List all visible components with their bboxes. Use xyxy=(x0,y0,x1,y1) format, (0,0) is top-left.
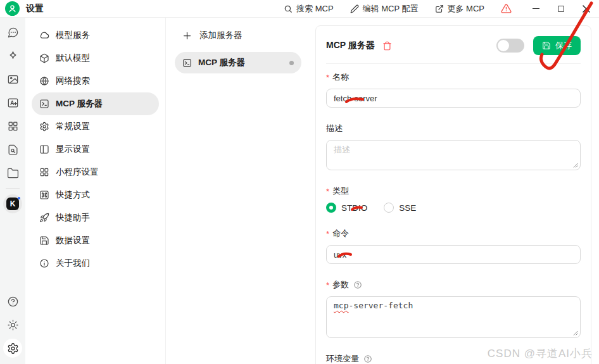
add-server-button[interactable]: 添加服务器 xyxy=(175,25,301,46)
server-status-dot xyxy=(289,61,294,65)
radio-sse[interactable]: SSE xyxy=(384,203,416,213)
close-button[interactable] xyxy=(574,0,599,18)
file-search-icon xyxy=(7,144,19,156)
more-mcp-button[interactable]: 更多 MCP xyxy=(435,3,485,15)
search-icon xyxy=(284,4,293,13)
maximize-button[interactable] xyxy=(548,0,574,18)
args-value-rest: -server-fetch xyxy=(348,301,413,310)
apps-nav-button[interactable] xyxy=(3,116,22,135)
trash-icon xyxy=(382,41,392,51)
gear-icon xyxy=(7,342,19,355)
image-icon xyxy=(7,73,19,85)
search-mcp-label: 搜索 MCP xyxy=(296,3,334,15)
server-list-item-mcp-server[interactable]: MCP 服务器 xyxy=(175,52,301,73)
sidebar-item-about[interactable]: 关于我们 xyxy=(32,252,159,275)
sidebar-item-quick-assistant[interactable]: 快捷助手 xyxy=(32,206,159,229)
sidebar-item-miniapp-settings[interactable]: 小程序设置 xyxy=(32,161,159,184)
command-icon xyxy=(39,190,49,200)
sidebar-item-general-settings[interactable]: 常规设置 xyxy=(32,115,159,138)
external-link-icon xyxy=(435,4,444,13)
minimize-button[interactable] xyxy=(523,0,548,18)
server-config-title: MCP 服务器 xyxy=(326,40,375,51)
translate-nav-button[interactable] xyxy=(3,93,22,112)
radio-stdio[interactable]: STDIO xyxy=(326,203,367,213)
edit-icon xyxy=(350,4,359,13)
server-item-label: MCP 服务器 xyxy=(198,57,245,68)
cube-icon xyxy=(39,53,49,63)
radio-sse-label: SSE xyxy=(399,203,416,213)
sidebar-item-label: 默认模型 xyxy=(56,53,90,64)
sidebar-item-default-model[interactable]: 默认模型 xyxy=(32,47,159,70)
description-textarea[interactable] xyxy=(326,140,581,170)
globe-icon xyxy=(39,76,49,86)
user-avatar[interactable] xyxy=(5,1,20,16)
sidebar-item-shortcuts[interactable]: 快捷方式 xyxy=(32,184,159,206)
close-icon xyxy=(583,5,590,13)
help-circle-icon[interactable] xyxy=(353,280,362,289)
sidebar-item-display-settings[interactable]: 显示设置 xyxy=(32,138,159,161)
sidebar-item-label: 常规设置 xyxy=(56,121,90,132)
sidebar-item-label: 快捷助手 xyxy=(56,212,90,223)
grid-icon xyxy=(39,167,49,177)
sidebar-item-label: 快捷方式 xyxy=(56,189,90,201)
sidebar-item-label: 显示设置 xyxy=(56,144,90,155)
window-controls xyxy=(523,0,599,18)
help-button[interactable] xyxy=(3,292,22,311)
sidebar-item-label: MCP 服务器 xyxy=(56,98,103,110)
delete-server-button[interactable] xyxy=(382,41,392,51)
terminal-icon xyxy=(182,58,192,68)
toggle-knob xyxy=(498,40,509,51)
name-input[interactable] xyxy=(326,89,581,108)
user-icon xyxy=(8,4,17,13)
mcp-server-list-panel: 添加服务器 MCP 服务器 xyxy=(166,18,310,364)
titlebar: 设置 搜索 MCP 编辑 MCP 配置 更多 MCP xyxy=(0,0,599,18)
files-nav-button[interactable] xyxy=(3,163,22,182)
terminal-icon xyxy=(39,99,49,109)
theme-toggle-button[interactable] xyxy=(3,315,22,334)
command-field-label: * 命令 xyxy=(326,228,581,239)
help-circle-icon[interactable] xyxy=(363,355,372,363)
sidebar-item-mcp-servers[interactable]: MCP 服务器 xyxy=(32,92,159,115)
maximize-icon xyxy=(558,6,564,12)
description-field-label: 描述 xyxy=(326,123,581,134)
name-field-label: * 名称 xyxy=(326,72,581,83)
sparkle-icon xyxy=(7,50,19,62)
save-icon xyxy=(542,41,551,50)
k-app-icon: K xyxy=(6,198,19,210)
agents-nav-button[interactable] xyxy=(3,46,22,65)
command-input[interactable] xyxy=(326,245,581,264)
edit-mcp-config-button[interactable]: 编辑 MCP 配置 xyxy=(350,3,419,15)
save-button[interactable]: 保存 xyxy=(533,36,581,55)
minimize-icon xyxy=(533,8,539,9)
sidebar-item-label: 网络搜索 xyxy=(56,75,90,87)
rail-divider xyxy=(6,188,20,189)
server-enable-toggle[interactable] xyxy=(496,39,524,53)
page-title: 设置 xyxy=(26,3,44,15)
args-textarea[interactable]: mcp-server-fetch xyxy=(326,296,581,338)
cloud-icon xyxy=(39,30,49,41)
sidebar-item-label: 小程序设置 xyxy=(56,166,99,178)
knowledge-nav-button[interactable] xyxy=(3,140,22,159)
rocket-icon xyxy=(39,213,49,223)
search-mcp-button[interactable]: 搜索 MCP xyxy=(284,3,334,15)
sidebar-item-data-settings[interactable]: 数据设置 xyxy=(32,229,159,252)
pinned-app-k-button[interactable]: K xyxy=(3,194,22,213)
radio-selected-icon xyxy=(326,203,336,213)
paintings-nav-button[interactable] xyxy=(3,70,22,89)
sidebar-item-model-services[interactable]: 模型服务 xyxy=(32,24,159,47)
header-divider xyxy=(326,63,581,64)
folder-icon xyxy=(7,167,19,179)
card-header: MCP 服务器 保存 xyxy=(326,36,581,55)
radio-unselected-icon xyxy=(384,203,394,213)
sidebar-item-web-search[interactable]: 网络搜索 xyxy=(32,70,159,92)
settings-sidebar: 模型服务 默认模型 网络搜索 MCP 服务器 常规设置 显示设置 小程序设置 xyxy=(25,18,166,364)
layout-icon xyxy=(39,144,49,154)
chat-nav-button[interactable] xyxy=(3,23,22,42)
sidebar-item-label: 模型服务 xyxy=(56,30,90,41)
warning-triangle-icon[interactable] xyxy=(501,3,512,14)
more-mcp-label: 更多 MCP xyxy=(448,3,485,15)
type-radio-group: STDIO SSE xyxy=(326,203,581,213)
settings-nav-button[interactable] xyxy=(3,339,22,358)
chat-bubble-icon xyxy=(7,27,19,39)
args-value-misspelled: mcp xyxy=(334,301,348,310)
